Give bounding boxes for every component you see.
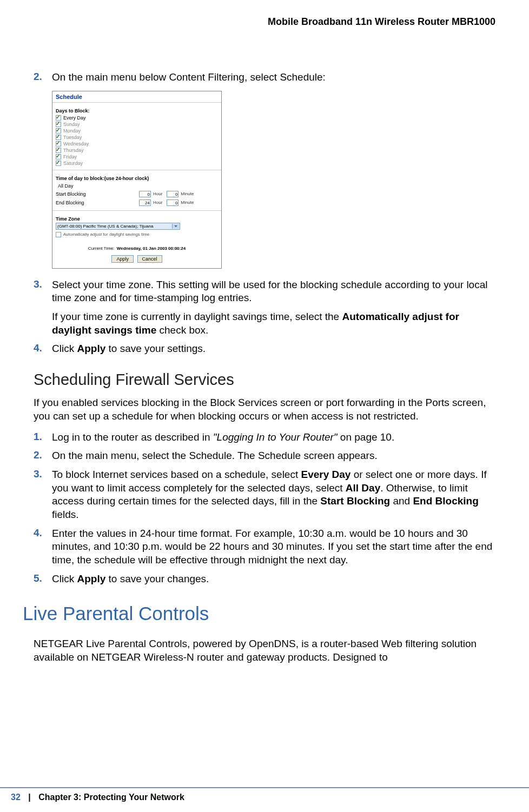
start-minute-field[interactable]: 0 <box>167 191 178 197</box>
apply-button[interactable]: Apply <box>111 255 134 263</box>
step-text: Log in to the router as described in "Lo… <box>52 431 495 444</box>
checkbox-icon[interactable] <box>56 161 61 166</box>
day-wednesday[interactable]: Wednesday <box>56 141 218 147</box>
chapter-label: Chapter 3: Protecting Your Network <box>38 793 184 802</box>
schedule-title: Schedule <box>52 91 221 103</box>
paragraph: NETGEAR Live Parental Controls, powered … <box>34 637 495 664</box>
step-number: 3. <box>34 468 52 522</box>
checkbox-icon[interactable] <box>56 154 61 159</box>
step-text: Click Apply to save your changes. <box>52 573 495 586</box>
page-number: 32 <box>11 793 21 802</box>
time-zone-select[interactable]: (GMT-08:00) Pacific Time (US & Canada); … <box>56 223 180 230</box>
day-tuesday[interactable]: Tuesday <box>56 134 218 141</box>
heading-scheduling-firewall: Scheduling Firewall Services <box>34 371 495 389</box>
step-number: 3. <box>34 278 52 337</box>
day-friday[interactable]: Friday <box>56 154 218 160</box>
step-text: On the main menu, select the Schedule. T… <box>52 449 495 463</box>
step-4: 4. Click Apply to save your settings. <box>34 342 495 356</box>
step-number: 2. <box>34 71 52 84</box>
fw-step-5: 5. Click Apply to save your changes. <box>34 573 495 586</box>
step-number: 5. <box>34 573 52 586</box>
cancel-button[interactable]: Cancel <box>137 255 162 263</box>
fw-step-4: 4. Enter the values in 24-hour time form… <box>34 527 495 567</box>
paragraph: If you enabled services blocking in the … <box>34 396 495 423</box>
step-3: 3. Select your time zone. This setting w… <box>34 278 495 337</box>
end-blocking-row: End Blocking 24 Hour 0 Minute <box>56 198 218 207</box>
step-text: Select your time zone. This setting will… <box>52 278 495 337</box>
day-saturday[interactable]: Saturday <box>56 160 218 167</box>
step-number: 4. <box>34 527 52 567</box>
checkbox-icon[interactable] <box>56 115 61 121</box>
end-minute-field[interactable]: 0 <box>167 199 178 206</box>
step-text: Click Apply to save your settings. <box>52 342 495 356</box>
day-monday[interactable]: Monday <box>56 128 218 134</box>
fw-step-1: 1. Log in to the router as described in … <box>34 431 495 444</box>
footer-separator: | <box>28 793 30 802</box>
step-number: 2. <box>34 449 52 463</box>
step-text: To block Internet services based on a sc… <box>52 468 495 522</box>
page-footer: 32 | Chapter 3: Protecting Your Network <box>0 787 529 802</box>
day-every[interactable]: Every Day <box>56 115 218 121</box>
start-hour-field[interactable]: 0 <box>139 191 151 197</box>
time-zone-label: Time Zone <box>52 211 221 223</box>
day-sunday[interactable]: Sunday <box>56 121 218 128</box>
time-of-day-group: All Day Start Blocking 0 Hour 0 Minute E… <box>52 182 221 211</box>
fw-step-3: 3. To block Internet services based on a… <box>34 468 495 522</box>
time-of-day-label: Time of day to block:(use 24-hour clock) <box>52 170 221 182</box>
time-zone-group: (GMT-08:00) Pacific Time (US & Canada); … <box>52 223 221 242</box>
checkbox-icon[interactable] <box>56 148 61 153</box>
step-text: Enter the values in 24-hour time format.… <box>52 527 495 567</box>
start-blocking-row: Start Blocking 0 Hour 0 Minute <box>56 190 218 198</box>
step-2: 2. On the main menu below Content Filter… <box>34 71 495 84</box>
days-to-block-label: Days to Block: <box>52 103 221 115</box>
heading-live-parental-controls: Live Parental Controls <box>23 603 495 624</box>
document-header: Mobile Broadband 11n Wireless Router MBR… <box>34 16 495 28</box>
end-hour-field[interactable]: 24 <box>139 199 151 206</box>
step-number: 4. <box>34 342 52 356</box>
dst-checkbox-row[interactable]: Automatically adjust for daylight saving… <box>56 232 218 237</box>
checkbox-icon[interactable] <box>56 232 61 237</box>
step-number: 1. <box>34 431 52 444</box>
all-day-row[interactable]: All Day <box>56 182 218 190</box>
fw-step-2: 2. On the main menu, select the Schedule… <box>34 449 495 463</box>
current-time: Current Time: Wednesday, 01 Jan 2003 00:… <box>52 242 221 255</box>
checkbox-icon[interactable] <box>56 135 61 140</box>
checkbox-icon[interactable] <box>56 128 61 134</box>
day-thursday[interactable]: Thursday <box>56 147 218 154</box>
step-text: On the main menu below Content Filtering… <box>52 71 495 84</box>
checkbox-icon[interactable] <box>56 141 61 147</box>
checkbox-icon[interactable] <box>56 122 61 127</box>
days-to-block-group: Every Day Sunday Monday Tuesday Wednesda… <box>52 115 221 170</box>
schedule-screenshot: Schedule Days to Block: Every Day Sunday… <box>52 91 222 269</box>
